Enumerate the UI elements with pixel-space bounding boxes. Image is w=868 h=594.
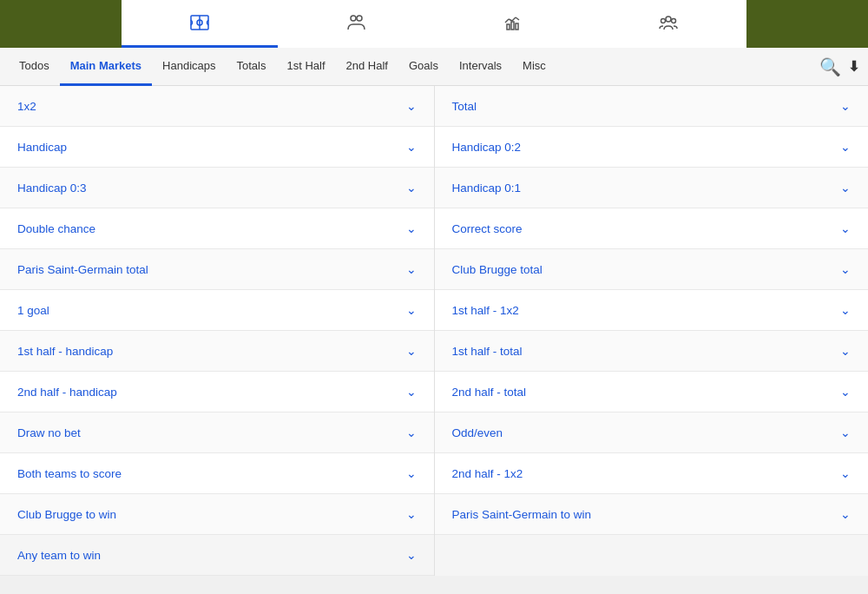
svg-rect-11	[516, 23, 518, 30]
list-item: Total ⌄	[435, 86, 869, 127]
left-col: 1x2 ⌄ Handicap ⌄ Handicap 0:3 ⌄ Double c…	[0, 86, 435, 576]
top-bar	[0, 0, 868, 48]
chevron-down-icon[interactable]: ⌄	[406, 426, 417, 439]
list-item: 1 goal ⌄	[0, 290, 434, 331]
list-item: Handicap 0:2 ⌄	[435, 127, 869, 168]
chevron-down-icon[interactable]: ⌄	[840, 99, 851, 113]
list-item: 2nd half - handicap ⌄	[0, 372, 434, 412]
chevron-down-icon[interactable]: ⌄	[406, 221, 417, 235]
market-label[interactable]: 1st half - total	[452, 345, 523, 358]
top-tab-field[interactable]	[122, 0, 278, 48]
svg-line-5	[505, 19, 509, 23]
filter-icon[interactable]: ⬇	[848, 58, 859, 75]
top-tab-stats[interactable]	[434, 0, 590, 48]
market-label[interactable]: Handicap 0:1	[452, 182, 522, 195]
market-label[interactable]: Club Brugge to win	[17, 508, 116, 521]
list-item: Correct score ⌄	[435, 208, 869, 249]
list-item: Handicap 0:1 ⌄	[435, 168, 869, 208]
top-tab-teams[interactable]	[590, 0, 746, 48]
list-item: Paris Saint-Germain to win ⌄	[435, 494, 869, 535]
chevron-down-icon[interactable]: ⌄	[840, 385, 851, 399]
svg-point-12	[666, 16, 671, 22]
market-label[interactable]: Odd/even	[452, 426, 503, 439]
chevron-down-icon[interactable]: ⌄	[840, 507, 851, 521]
svg-line-6	[509, 19, 512, 21]
market-label[interactable]: Total	[452, 100, 477, 113]
svg-point-14	[672, 19, 676, 23]
markets-content: 1x2 ⌄ Handicap ⌄ Handicap 0:3 ⌄ Double c…	[0, 86, 868, 576]
market-label[interactable]: 1st half - handicap	[17, 345, 113, 358]
nav-item-intervals[interactable]: Intervals	[449, 48, 512, 86]
chevron-down-icon[interactable]: ⌄	[406, 548, 417, 562]
chevron-down-icon[interactable]: ⌄	[406, 385, 417, 399]
market-label[interactable]: Handicap 0:3	[17, 182, 87, 195]
market-label[interactable]: Handicap	[17, 141, 67, 154]
nav-item-todos[interactable]: Todos	[9, 48, 60, 86]
list-item: Both teams to score ⌄	[0, 453, 434, 494]
svg-point-4	[357, 16, 362, 21]
list-item: Handicap 0:3 ⌄	[0, 168, 434, 208]
chevron-down-icon[interactable]: ⌄	[840, 181, 851, 195]
chevron-down-icon[interactable]: ⌄	[840, 466, 851, 480]
list-item: 1x2 ⌄	[0, 86, 434, 127]
chevron-down-icon[interactable]: ⌄	[406, 181, 417, 195]
market-label[interactable]: 2nd half - 1x2	[452, 467, 523, 480]
chevron-down-icon[interactable]: ⌄	[406, 99, 417, 113]
chevron-down-icon[interactable]: ⌄	[840, 140, 851, 154]
svg-line-7	[512, 17, 516, 21]
chevron-down-icon[interactable]: ⌄	[406, 262, 417, 276]
chevron-down-icon[interactable]: ⌄	[840, 221, 851, 235]
nav-actions: 🔍 ⬇	[819, 56, 859, 77]
market-label[interactable]: 1st half - 1x2	[452, 304, 519, 317]
nav-item-misc[interactable]: Misc	[512, 48, 556, 86]
top-tab-players[interactable]	[278, 0, 434, 48]
list-item: Club Brugge to win ⌄	[0, 494, 434, 535]
market-label[interactable]: 1 goal	[17, 304, 49, 317]
chevron-down-icon[interactable]: ⌄	[406, 344, 417, 358]
nav-item-1st-half[interactable]: 1st Half	[276, 48, 335, 86]
market-label[interactable]: Both teams to score	[17, 467, 122, 480]
list-item	[435, 535, 869, 576]
list-item: 2nd half - total ⌄	[435, 372, 869, 412]
chevron-down-icon[interactable]: ⌄	[840, 344, 851, 358]
chevron-down-icon[interactable]: ⌄	[406, 507, 417, 521]
chevron-down-icon[interactable]: ⌄	[406, 303, 417, 317]
market-label[interactable]: Club Brugge total	[452, 263, 542, 276]
market-label[interactable]: Paris Saint-Germain total	[17, 263, 148, 276]
market-label[interactable]: Double chance	[17, 222, 95, 235]
chevron-down-icon[interactable]: ⌄	[840, 262, 851, 276]
nav-item-handicaps[interactable]: Handicaps	[152, 48, 226, 86]
market-label[interactable]: Handicap 0:2	[452, 141, 522, 154]
nav-item-goals[interactable]: Goals	[398, 48, 449, 86]
nav-item-2nd-half[interactable]: 2nd Half	[336, 48, 398, 86]
svg-rect-10	[511, 22, 514, 30]
nav-item-totals[interactable]: Totals	[227, 48, 277, 86]
chevron-down-icon[interactable]: ⌄	[406, 466, 417, 480]
list-item: Any team to win ⌄	[0, 535, 434, 576]
market-label[interactable]: Any team to win	[17, 549, 101, 562]
nav-item-main-markets[interactable]: Main Markets	[60, 48, 152, 86]
list-item: 1st half - 1x2 ⌄	[435, 290, 869, 331]
market-label[interactable]: 2nd half - handicap	[17, 386, 117, 399]
market-label[interactable]: 1x2	[17, 100, 36, 113]
chevron-down-icon[interactable]: ⌄	[840, 426, 851, 439]
chevron-down-icon[interactable]: ⌄	[840, 303, 851, 317]
list-item: Paris Saint-Germain total ⌄	[0, 249, 434, 290]
search-icon[interactable]: 🔍	[819, 56, 841, 77]
svg-point-13	[661, 19, 666, 23]
list-item: 2nd half - 1x2 ⌄	[435, 453, 869, 494]
market-label[interactable]: Paris Saint-Germain to win	[452, 508, 592, 521]
market-label[interactable]: Draw no bet	[17, 426, 81, 439]
list-item: Odd/even ⌄	[435, 412, 869, 453]
list-item: Club Brugge total ⌄	[435, 249, 869, 290]
top-tab-container	[122, 0, 746, 48]
market-label[interactable]: Correct score	[452, 222, 523, 235]
list-item: Double chance ⌄	[0, 208, 434, 249]
svg-line-8	[516, 17, 519, 20]
market-label[interactable]: 2nd half - total	[452, 386, 527, 399]
nav-bar: Todos Main Markets Handicaps Totals 1st …	[0, 48, 868, 86]
list-item: 1st half - handicap ⌄	[0, 331, 434, 372]
svg-rect-9	[507, 24, 510, 30]
chevron-down-icon[interactable]: ⌄	[406, 140, 417, 154]
list-item: Draw no bet ⌄	[0, 412, 434, 453]
